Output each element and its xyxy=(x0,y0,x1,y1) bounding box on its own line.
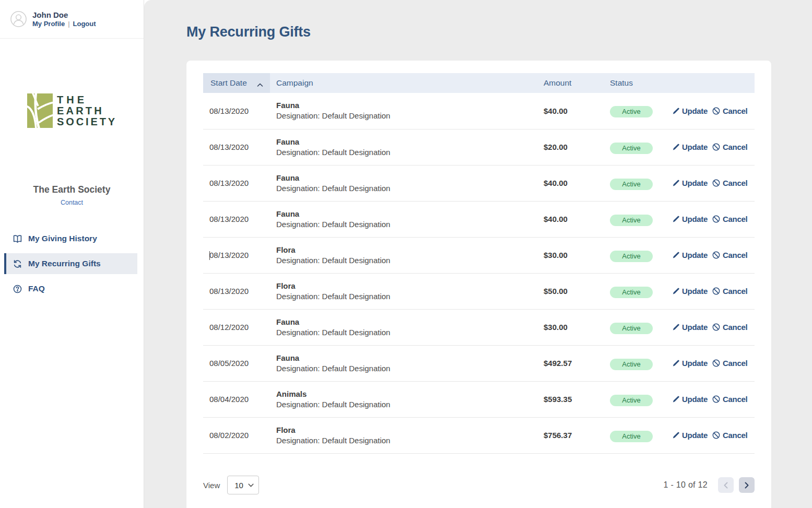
svg-text:EARTH: EARTH xyxy=(57,105,104,116)
svg-text:SOCIETY: SOCIETY xyxy=(57,116,116,127)
svg-text:THE: THE xyxy=(57,94,87,105)
